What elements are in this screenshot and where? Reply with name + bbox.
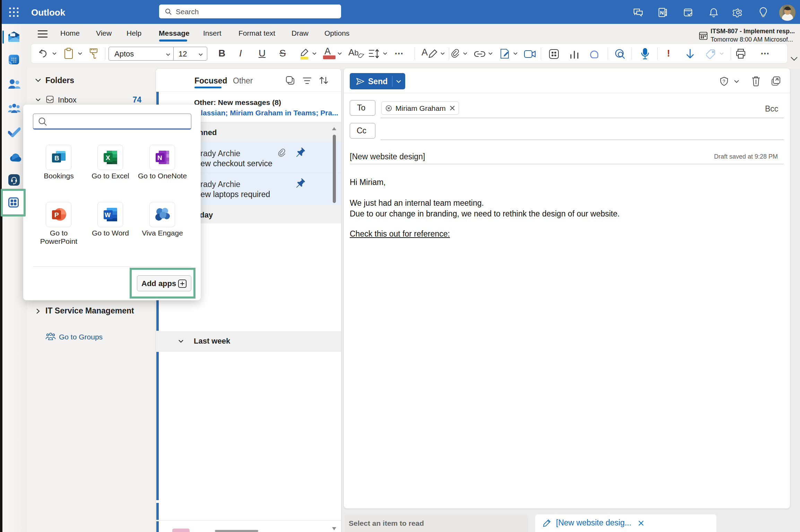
svg-text:N: N — [660, 10, 664, 16]
svg-text:B: B — [54, 154, 59, 162]
svg-text:W: W — [105, 212, 111, 219]
svg-text:?: ? — [723, 79, 725, 84]
svg-text:N: N — [157, 154, 162, 161]
svg-text:X: X — [106, 154, 110, 161]
svg-text:P: P — [54, 211, 59, 219]
